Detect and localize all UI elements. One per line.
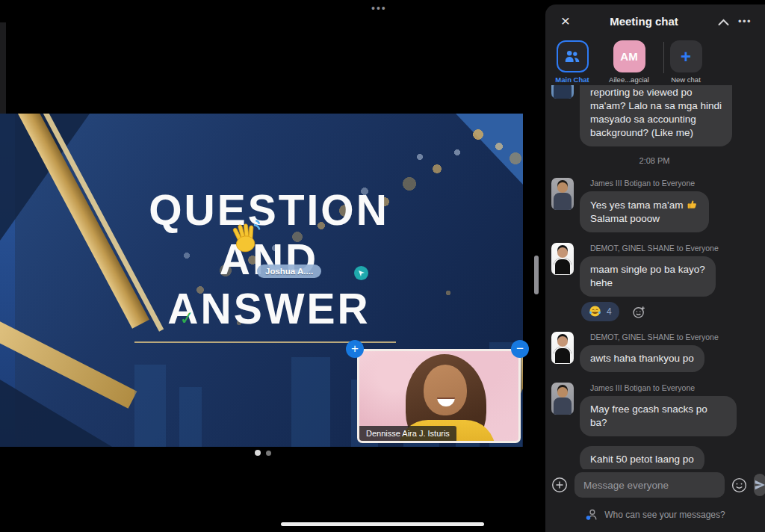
message-composer <box>545 469 765 502</box>
person-privacy-icon <box>585 508 598 522</box>
message-sender: James III Botigan to Everyone <box>590 179 695 188</box>
chat-more-icon[interactable]: ••• <box>734 16 756 27</box>
message-bubble[interactable]: maam single po ba kayo?hehe <box>580 256 716 297</box>
attach-plus-icon[interactable] <box>551 477 568 493</box>
tab-label: Main Chat <box>555 75 589 84</box>
chat-message: James III Botigan to Everyone Yes yes ta… <box>551 177 758 232</box>
chat-message: DEMOT, GINEL SHANE to Everyone awts haha… <box>551 331 758 372</box>
home-indicator[interactable] <box>281 522 484 526</box>
tab-main-chat[interactable]: Main Chat <box>553 40 592 84</box>
message-sender: James III Botigan to Everyone <box>590 383 695 392</box>
tab-label: New chat <box>671 75 701 84</box>
top-more-indicator[interactable]: ••• <box>371 2 387 14</box>
chat-message: DEMOT, GINEL SHANE to Everyone maam sing… <box>551 242 758 321</box>
reaction-count: 4 <box>607 306 612 317</box>
annotator-name-tag: Joshua A.... <box>257 265 321 278</box>
message-sender: DEMOT, GINEL SHANE to Everyone <box>590 244 719 253</box>
chat-message: Kahit 50 petot laang po ••• <box>551 446 758 469</box>
sender-avatar[interactable] <box>551 243 574 275</box>
collapse-chevron-icon[interactable] <box>713 14 734 28</box>
participant-name-label: Dennisse Aira J. Isturis <box>359 426 456 441</box>
chat-title: Meeting chat <box>575 15 713 28</box>
message-bubble[interactable]: May free gcash snacks po ba? <box>580 396 737 436</box>
send-button[interactable] <box>754 474 765 496</box>
message-bubble[interactable]: awts haha thankyou po <box>580 345 704 372</box>
sender-avatar[interactable] <box>551 85 574 99</box>
message-visibility-note[interactable]: Who can see your messages? <box>545 502 765 532</box>
screen: ••• QUESTIONANDANSWER <box>0 0 765 532</box>
participant-video-tile[interactable]: Dennisse Aira J. Isturis <box>357 349 521 443</box>
slide-title: QUESTIONANDANSWER <box>0 185 523 333</box>
sender-avatar[interactable] <box>551 178 574 210</box>
sender-avatar[interactable] <box>551 332 574 364</box>
background-tile-edge <box>0 22 6 114</box>
close-icon[interactable]: × <box>556 12 575 30</box>
tab-new-chat[interactable]: + New chat <box>666 40 705 84</box>
tab-label: Ailee...agcial <box>609 75 649 84</box>
timestamp: 2:08 PM <box>551 156 758 165</box>
message-bubble[interactable]: How should interim financialreporting be… <box>580 85 732 146</box>
emoji-picker-icon[interactable] <box>731 477 747 493</box>
message-bubble[interactable]: Kahit 50 petot laang po <box>580 446 704 469</box>
meeting-chat-panel: × Meeting chat ••• Main Chat AM <box>545 4 765 532</box>
tabs-divider <box>663 42 664 73</box>
page-dot-inactive <box>266 451 271 456</box>
chat-message: How should interim financialreporting be… <box>551 85 758 146</box>
chat-header: × Meeting chat ••• <box>545 4 765 34</box>
annotation-check-mark: ✓ <box>179 307 196 330</box>
add-reaction-icon[interactable] <box>632 305 646 319</box>
message-input[interactable] <box>574 472 725 498</box>
tab-direct-chat[interactable]: AM Ailee...agcial <box>610 40 648 84</box>
video-tile-shrink-button[interactable]: − <box>511 340 529 358</box>
page-dot-active <box>255 450 261 456</box>
page-dots[interactable] <box>255 450 271 456</box>
chat-tabs: Main Chat AM Ailee...agcial + New chat <box>545 34 765 85</box>
sender-avatar[interactable] <box>551 383 574 415</box>
chat-message: James III Botigan to Everyone May free g… <box>551 382 758 436</box>
avatar-initials: AM <box>613 40 645 72</box>
participant-face <box>424 365 467 415</box>
message-sender: DEMOT, GINEL SHANE to Everyone <box>590 332 719 341</box>
chat-message-list[interactable]: How should interim financialreporting be… <box>545 85 765 469</box>
panel-resize-handle[interactable] <box>534 256 539 294</box>
annotation-cursor-icon <box>354 266 368 280</box>
message-bubble[interactable]: Yes yes tama ma'am Salamat pooow <box>580 191 709 232</box>
reaction-emoji <box>589 305 601 318</box>
reaction-pill[interactable]: 4 <box>581 302 619 321</box>
wave-emoji <box>226 217 266 258</box>
shared-screen-area: ••• QUESTIONANDANSWER <box>0 0 545 532</box>
people-group-icon <box>557 40 589 72</box>
reaction-row: 4 <box>581 302 646 321</box>
video-tile-enlarge-button[interactable]: + <box>346 340 364 358</box>
plus-icon: + <box>670 40 702 72</box>
